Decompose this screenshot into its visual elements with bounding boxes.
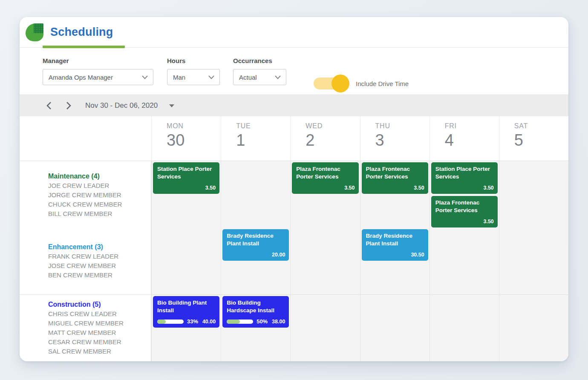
occurrences-label: Occurrances: [233, 57, 286, 64]
day-cell: Brady Residence Plant Install30.50: [360, 228, 429, 294]
manager-select[interactable]: Amanda Ops Manager: [43, 69, 153, 85]
event-title: Brady Residence Plant Install: [366, 232, 424, 248]
hours-filter-group: Hours Man: [167, 57, 233, 95]
include-drive-time-toggle[interactable]: [314, 78, 346, 89]
day-cell: [151, 228, 221, 294]
day-cell: Plaza Frontenac Porter Services3.50: [290, 161, 360, 229]
event-bottom-row: 30.50: [366, 252, 424, 258]
event-bottom-row: 50%38.00: [227, 318, 285, 325]
date-dropdown-arrow-icon[interactable]: [169, 104, 174, 107]
event-title: Plaza Frontenac Porter Services: [435, 199, 494, 214]
day-cell: Plaza Frontenac Porter Services3.50: [360, 161, 429, 229]
event-bottom-row: 3.50: [366, 185, 424, 191]
event-bottom-row: 20.00: [227, 252, 285, 258]
progress-bar: [157, 320, 184, 324]
occurrences-select-value: Actual: [239, 74, 257, 81]
event-card[interactable]: Plaza Frontenac Porter Services3.50: [431, 196, 498, 227]
event-hours: 40.00: [202, 319, 216, 325]
day-cell: Brady Residence Plant Install20.00: [221, 228, 290, 294]
event-title: Station Place Porter Services: [435, 165, 494, 181]
progress-bar-fill: [157, 320, 166, 324]
calendar-body: Maintenance (4)JOE CREW LEADERJORGE CREW…: [20, 161, 568, 361]
day-cell: [290, 295, 360, 361]
event-hours: 38.00: [272, 319, 285, 325]
occurrences-select[interactable]: Actual: [233, 69, 286, 85]
event-card[interactable]: Plaza Frontenac Porter Services3.50: [292, 162, 358, 194]
crew-label-cell: Construction (5)CHRIS CREW LEADERMIGUEL …: [20, 295, 151, 361]
crew-member-name: BEN CREW MEMBER: [48, 271, 151, 280]
event-bottom-row: 3.50: [435, 219, 494, 225]
crew-label-cell: Enhancement (3)FRANK CREW LEADERJOSE CRE…: [20, 228, 151, 294]
filter-bar: Manager Amanda Ops Manager Hours Man Occ…: [20, 48, 568, 95]
day-name: WED: [306, 122, 360, 130]
day-name: TUE: [236, 122, 290, 130]
event-card[interactable]: Brady Residence Plant Install20.00: [222, 229, 289, 261]
manager-select-value: Amanda Ops Manager: [49, 74, 113, 81]
day-cell: [221, 161, 290, 229]
day-cell: [429, 228, 499, 294]
day-name: SAT: [514, 122, 568, 130]
event-card[interactable]: Plaza Frontenac Porter Services3.50: [362, 162, 428, 194]
crew-member-name: JOE CREW LEADER: [48, 181, 151, 190]
date-range-label[interactable]: Nov 30 - Dec 06, 2020: [85, 101, 158, 110]
crew-row: Maintenance (4)JOE CREW LEADERJORGE CREW…: [20, 161, 568, 227]
event-hours: 3.50: [414, 185, 424, 191]
chevron-down-icon: [275, 75, 281, 79]
day-cell: [360, 295, 429, 361]
event-card[interactable]: Bio Building Plant Install33%40.00: [153, 296, 219, 328]
crew-group-title[interactable]: Maintenance (4): [48, 172, 151, 181]
event-title: Bio Building Plant Install: [157, 299, 216, 314]
day-name: FRI: [445, 122, 499, 130]
day-number: 5: [514, 131, 568, 150]
event-card[interactable]: Bio Building Hardscape Install50%38.00: [222, 296, 289, 328]
progress-bar-fill: [227, 320, 240, 324]
day-cell: Station Place Porter Services3.50Plaza F…: [429, 161, 499, 229]
day-name: MON: [167, 122, 221, 130]
event-title: Bio Building Hardscape Install: [227, 299, 285, 314]
calendar-corner-cell: [20, 116, 151, 161]
event-card[interactable]: Station Place Porter Services3.50: [431, 162, 498, 194]
app-header: Scheduling: [20, 17, 568, 48]
manager-label: Manager: [43, 57, 167, 64]
day-cell: Station Place Porter Services3.50: [151, 161, 221, 229]
day-header-cell: TUE1: [221, 116, 290, 161]
event-title: Brady Residence Plant Install: [227, 232, 285, 248]
include-drive-time-label: Include Drive Time: [356, 80, 409, 87]
day-number: 1: [236, 131, 290, 150]
event-bottom-row: 3.50: [157, 185, 216, 191]
drive-time-toggle-group: Include Drive Time: [314, 72, 409, 95]
day-cell: [429, 295, 499, 361]
hours-select[interactable]: Man: [167, 69, 220, 85]
crew-member-name: JORGE CREW MEMBER: [48, 190, 151, 200]
day-number: 30: [167, 131, 221, 150]
chevron-down-icon: [208, 75, 214, 79]
chevron-right-icon: [66, 101, 71, 110]
toggle-knob: [331, 75, 349, 92]
leaf-logo-icon: [26, 23, 43, 41]
next-week-button[interactable]: [63, 100, 74, 111]
event-bottom-row: 3.50: [435, 185, 494, 191]
calendar-header-row: MON30TUE1WED2THU3FRI4SAT5: [20, 116, 568, 161]
prev-week-button[interactable]: [43, 100, 55, 111]
day-header-cell: SAT5: [499, 116, 568, 161]
event-title: Plaza Frontenac Porter Services: [296, 165, 355, 181]
hours-label: Hours: [167, 57, 233, 64]
day-header-cell: MON30: [151, 116, 221, 161]
day-cell: [499, 228, 568, 294]
chevron-down-icon: [142, 75, 148, 79]
crew-group-title[interactable]: Enhancement (3): [48, 242, 151, 252]
crew-group-title[interactable]: Construction (5): [48, 300, 151, 309]
progress-bar: [227, 320, 253, 324]
crew-row: Enhancement (3)FRANK CREW LEADERJOSE CRE…: [20, 227, 568, 294]
day-number: 2: [306, 131, 360, 150]
event-card[interactable]: Station Place Porter Services3.50: [153, 162, 219, 194]
crew-member-name: FRANK CREW LEADER: [48, 252, 151, 261]
hours-select-value: Man: [173, 74, 185, 81]
progress-percent: 50%: [257, 318, 268, 325]
day-cell: Bio Building Plant Install33%40.00: [151, 295, 221, 361]
occurrences-filter-group: Occurrances Actual: [233, 57, 286, 95]
event-card[interactable]: Brady Residence Plant Install30.50: [362, 229, 428, 261]
event-bottom-row: 33%40.00: [157, 318, 216, 325]
event-hours: 30.50: [411, 252, 424, 258]
event-hours: 20.00: [272, 252, 285, 258]
